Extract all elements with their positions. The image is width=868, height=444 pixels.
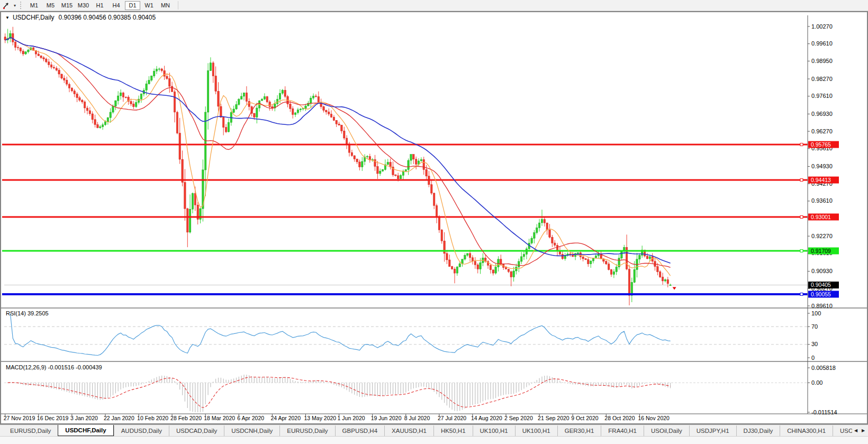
- tf-button-m1[interactable]: M1: [26, 1, 42, 10]
- tab-gbpusd-h4[interactable]: GBPUSD,H4: [335, 425, 384, 436]
- tab-hk50-h1[interactable]: HK50,H1: [433, 425, 473, 436]
- tab-usdchf-daily[interactable]: USDCHF,Daily: [58, 424, 113, 436]
- svg-text:0.96270: 0.96270: [811, 128, 833, 134]
- svg-text:22 Jan 2020: 22 Jan 2020: [104, 415, 134, 421]
- svg-text:0.98270: 0.98270: [811, 76, 833, 82]
- svg-text:0.99610: 0.99610: [811, 40, 833, 47]
- svg-text:100: 100: [811, 310, 821, 316]
- chart-symbol-label: USDCHF,Daily: [13, 14, 55, 21]
- svg-text:13 May 2020: 13 May 2020: [304, 415, 337, 421]
- chart-window: ▼USDCHF,Daily0.90396 0.90456 0.90385 0.9…: [0, 11, 868, 424]
- svg-text:28 Oct 2020: 28 Oct 2020: [604, 415, 635, 421]
- svg-text:0.92270: 0.92270: [811, 233, 833, 239]
- tab-usdcnh-daily[interactable]: USDCNH,Daily: [224, 425, 279, 436]
- svg-text:16 Nov 2020: 16 Nov 2020: [638, 415, 670, 421]
- timeframe-buttons: M1M5M15M30H1H4D1W1MN: [26, 0, 174, 11]
- toolbar-separator: [178, 1, 178, 10]
- tab-fra40-h1[interactable]: FRA40,H1: [601, 425, 644, 436]
- svg-text:0.96930: 0.96930: [811, 111, 833, 117]
- svg-text:0.00: 0.00: [811, 379, 822, 386]
- svg-text:0.94413: 0.94413: [811, 177, 831, 183]
- svg-text:24 Apr 2020: 24 Apr 2020: [270, 415, 301, 421]
- svg-text:18 Mar 2020: 18 Mar 2020: [204, 415, 235, 421]
- svg-text:21 Sep 2020: 21 Sep 2020: [538, 415, 569, 421]
- tf-button-d1[interactable]: D1: [125, 1, 140, 10]
- tab-audusd-daily[interactable]: AUDUSD,Daily: [114, 425, 169, 436]
- svg-text:70: 70: [811, 323, 818, 330]
- tf-button-w1[interactable]: W1: [141, 1, 157, 10]
- tab-scroll-arrows: ◀ ▶: [852, 425, 867, 435]
- tf-button-h4[interactable]: H4: [108, 1, 124, 10]
- tab-scroll-right-icon[interactable]: ▶: [860, 426, 867, 434]
- status-bar: [0, 436, 868, 444]
- tab-china300-h1[interactable]: CHINA300,H1: [780, 425, 833, 436]
- svg-text:8 Jul 2020: 8 Jul 2020: [404, 415, 430, 421]
- mt4-terminal: ▾ M1M5M15M30H1H4D1W1MN ▼USDCHF,Daily0.90…: [0, 0, 868, 444]
- svg-text:0.005818: 0.005818: [811, 365, 836, 371]
- rsi-indicator-label: RSI(14) 39.2505: [6, 310, 49, 316]
- chevron-down-icon[interactable]: ▾: [12, 3, 18, 8]
- svg-text:0.93001: 0.93001: [811, 214, 831, 220]
- svg-text:9 Oct 2020: 9 Oct 2020: [571, 415, 599, 421]
- tab-usdcad-daily[interactable]: USDCAD,Daily: [169, 425, 224, 436]
- tab-ger30-h1[interactable]: GER30,H1: [557, 425, 601, 436]
- svg-text:0.97610: 0.97610: [811, 93, 833, 99]
- chart-ohlc-values: 0.90396 0.90456 0.90385 0.90405: [59, 14, 156, 21]
- crosshair-tool-icon[interactable]: [0, 1, 12, 10]
- svg-text:19 Jun 2020: 19 Jun 2020: [371, 415, 402, 421]
- toolbar-grip: [20, 2, 23, 9]
- tab-eurusd-daily[interactable]: EURUSD,Daily: [279, 425, 334, 436]
- svg-text:0.93610: 0.93610: [811, 197, 833, 204]
- svg-text:2 Sep 2020: 2 Sep 2020: [504, 415, 533, 421]
- svg-text:10 Feb 2020: 10 Feb 2020: [137, 415, 168, 421]
- chart-title: ▼USDCHF,Daily0.90396 0.90456 0.90385 0.9…: [5, 14, 156, 21]
- tab-scroll-left-icon[interactable]: ◀: [852, 426, 860, 434]
- chart-tab-bar: EURUSD,DailyUSDCHF,DailyAUDUSD,DailyUSDC…: [0, 424, 868, 436]
- svg-text:16 Dec 2019: 16 Dec 2019: [37, 415, 69, 421]
- svg-text:0.90055: 0.90055: [811, 291, 831, 297]
- tab-usdjpy-h1[interactable]: USDJPY,H1: [689, 425, 736, 436]
- svg-text:1 Jun 2020: 1 Jun 2020: [338, 415, 365, 421]
- svg-text:14 Aug 2020: 14 Aug 2020: [471, 415, 502, 421]
- tf-button-m5[interactable]: M5: [43, 1, 58, 10]
- macd-indicator-label: MACD(12,26,9) -0.001516 -0.000439: [6, 364, 102, 370]
- tf-button-m15[interactable]: M15: [59, 1, 75, 10]
- svg-text:1.00270: 1.00270: [811, 23, 833, 30]
- svg-text:30: 30: [811, 341, 818, 347]
- tab-xauusd-h1[interactable]: XAUUSD,H1: [384, 425, 433, 436]
- svg-text:0.94930: 0.94930: [811, 163, 833, 169]
- tab-uk100-h1[interactable]: UK100,H1: [473, 425, 515, 436]
- svg-text:6 Apr 2020: 6 Apr 2020: [237, 415, 264, 421]
- svg-text:27 Nov 2019: 27 Nov 2019: [4, 415, 35, 421]
- svg-text:27 Jul 2020: 27 Jul 2020: [438, 415, 466, 421]
- chart-canvas[interactable]: 1.002700.996100.989500.982700.976100.969…: [1, 12, 867, 423]
- svg-text:0.98950: 0.98950: [811, 58, 833, 64]
- svg-text:0: 0: [811, 355, 815, 361]
- tf-button-h1[interactable]: H1: [92, 1, 107, 10]
- svg-text:0.90405: 0.90405: [811, 282, 831, 288]
- svg-text:28 Feb 2020: 28 Feb 2020: [170, 415, 202, 421]
- tab-usoil-daily[interactable]: USOil,Daily: [644, 425, 689, 436]
- svg-text:0.90930: 0.90930: [811, 268, 833, 274]
- svg-text:-0.011514: -0.011514: [811, 409, 837, 415]
- timeframe-toolbar: ▾ M1M5M15M30H1H4D1W1MN: [0, 0, 868, 11]
- tab-uk100-h1[interactable]: UK100,H1: [515, 425, 557, 436]
- svg-text:3 Jan 2020: 3 Jan 2020: [70, 415, 98, 421]
- svg-text:0.89610: 0.89610: [811, 303, 833, 309]
- tf-button-m30[interactable]: M30: [76, 1, 91, 10]
- tab-dj30-daily[interactable]: DJ30,Daily: [736, 425, 780, 436]
- tab-eurusd-daily[interactable]: EURUSD,Daily: [3, 425, 58, 436]
- svg-text:0.91709: 0.91709: [811, 248, 831, 254]
- tf-button-mn[interactable]: MN: [158, 1, 173, 10]
- triangle-down-icon[interactable]: ▼: [5, 15, 10, 20]
- svg-text:0.95765: 0.95765: [811, 141, 831, 148]
